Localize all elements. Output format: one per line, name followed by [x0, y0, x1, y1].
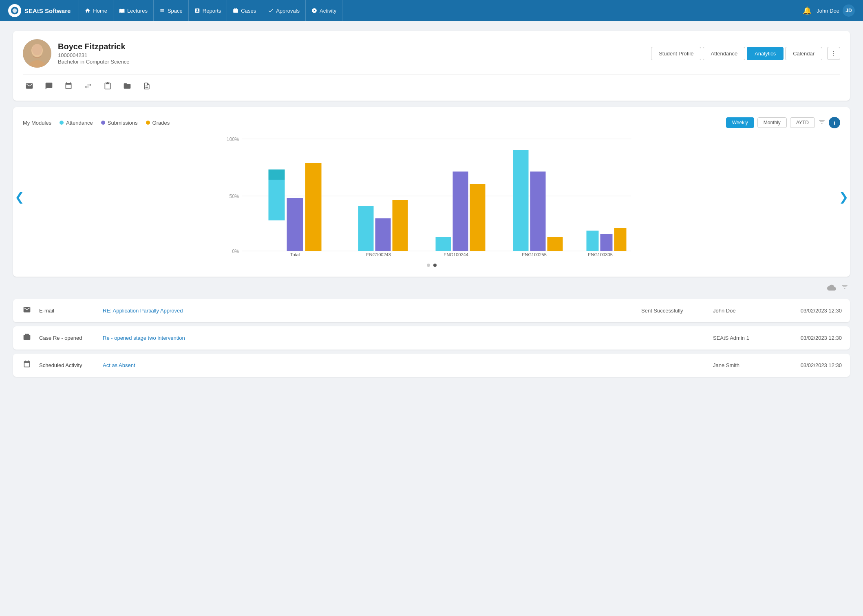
legend-grades: Grades	[146, 120, 170, 126]
nav-reports[interactable]: Reports	[189, 0, 227, 21]
transfer-action-icon[interactable]	[82, 79, 95, 92]
weekly-btn[interactable]: Weekly	[726, 117, 754, 128]
chart-header: My Modules Attendance Submissions Grades…	[23, 117, 840, 128]
profile-name: Boyce Fitzpatrick	[58, 42, 130, 51]
nav-activity[interactable]: Activity	[306, 0, 342, 21]
profile-text: Boyce Fitzpatrick 1000004231 Bachelor in…	[58, 42, 130, 65]
svg-text:ENG100243: ENG100243	[366, 252, 391, 257]
chart-info-button[interactable]: i	[829, 117, 840, 128]
nav-space[interactable]: Space	[154, 0, 189, 21]
profile-card: Boyce Fitzpatrick 1000004231 Bachelor in…	[13, 31, 850, 101]
schedule-action-icon[interactable]	[62, 79, 75, 92]
nav-lectures[interactable]: Lectures	[113, 0, 154, 21]
submissions-label: Submissions	[108, 120, 138, 126]
export-action-icon[interactable]	[140, 79, 153, 92]
monthly-btn[interactable]: Monthly	[757, 117, 787, 128]
chart-dot-1[interactable]	[427, 264, 430, 267]
activity-date-3: 03/02/2023 12:30	[785, 362, 842, 368]
nav-user: John Doe JD	[817, 4, 855, 17]
nav-home[interactable]: Home	[79, 0, 113, 21]
analytics-card: My Modules Attendance Submissions Grades…	[13, 107, 850, 277]
nav-avatar[interactable]: JD	[843, 4, 855, 17]
nav-cases[interactable]: Cases	[227, 0, 262, 21]
bar-eng255-grades	[547, 237, 563, 251]
app-name: SEAtS Software	[24, 7, 71, 14]
email-icon	[21, 306, 33, 316]
bar-eng305-grades	[614, 228, 627, 251]
nav-approvals[interactable]: Approvals	[262, 0, 306, 21]
profile-tabs: Student Profile Attendance Analytics Cal…	[651, 47, 840, 60]
chat-action-icon[interactable]	[42, 79, 55, 92]
folder-action-icon[interactable]	[121, 79, 134, 92]
nav-reports-label: Reports	[203, 8, 221, 14]
navbar: SEAtS Software Home Lectures Space Repor…	[0, 0, 863, 21]
chart-nav-left[interactable]: ❮	[15, 190, 24, 204]
bar-eng243-submissions	[375, 218, 391, 251]
tab-analytics[interactable]: Analytics	[747, 47, 784, 60]
bar-chart-svg: 100% 50% 0% Total	[39, 135, 824, 257]
nav-home-label: Home	[93, 8, 107, 14]
clipboard-action-icon[interactable]	[101, 79, 114, 92]
profile-id: 1000004231	[58, 52, 130, 58]
activity-link-1[interactable]: RE: Application Partially Approved	[103, 308, 635, 314]
tab-calendar[interactable]: Calendar	[785, 47, 822, 60]
svg-text:50%: 50%	[229, 194, 239, 199]
notification-bell[interactable]: 🔔	[803, 6, 812, 15]
profile-header: Boyce Fitzpatrick 1000004231 Bachelor in…	[23, 39, 840, 68]
svg-text:100%: 100%	[227, 136, 239, 142]
activity-row: E-mail RE: Application Partially Approve…	[13, 299, 850, 322]
svg-text:ENG100244: ENG100244	[444, 252, 468, 257]
chart-legend: My Modules Attendance Submissions Grades	[23, 120, 726, 126]
filter-icon[interactable]	[841, 283, 848, 294]
chart-dot-2[interactable]	[433, 264, 437, 267]
nav-logo[interactable]: SEAtS Software	[8, 4, 71, 17]
profile-degree: Bachelor in Computer Science	[58, 59, 130, 65]
activity-type-3: Scheduled Activity	[39, 362, 96, 368]
activity-user-2: SEAtS Admin 1	[713, 335, 778, 341]
nav-avatar-initials: JD	[845, 8, 852, 13]
legend-attendance: Attendance	[60, 120, 93, 126]
main-content: Boyce Fitzpatrick 1000004231 Bachelor in…	[0, 21, 863, 391]
activity-section: E-mail RE: Application Partially Approve…	[13, 283, 850, 377]
aytd-btn[interactable]: AYTD	[790, 117, 815, 128]
bar-eng255-attendance	[513, 150, 529, 251]
bar-eng244-grades	[470, 184, 486, 251]
activity-header	[13, 283, 850, 294]
svg-point-4	[32, 44, 42, 55]
nav-right: 🔔 John Doe JD	[803, 4, 855, 17]
more-options-button[interactable]: ⋮	[827, 47, 840, 60]
activity-type-2: Case Re - opened	[39, 335, 96, 341]
bar-eng305-attendance	[587, 231, 599, 251]
svg-text:ENG100255: ENG100255	[522, 252, 547, 257]
modules-label: My Modules	[23, 120, 51, 126]
calendar-icon	[21, 360, 33, 370]
bar-eng255-submissions	[530, 172, 546, 251]
activity-date-1: 03/02/2023 12:30	[785, 308, 842, 314]
activity-link-2[interactable]: Re - opened stage two intervention	[103, 335, 635, 341]
bar-total-submissions	[287, 198, 303, 251]
chart-dots	[23, 264, 840, 267]
bar-total-grades	[305, 163, 322, 251]
profile-actions	[23, 74, 840, 92]
activity-type-1: E-mail	[39, 308, 96, 314]
nav-cases-label: Cases	[241, 8, 256, 14]
nav-items: Home Lectures Space Reports Cases Approv…	[79, 0, 803, 21]
email-action-icon[interactable]	[23, 79, 36, 92]
svg-text:Total: Total	[290, 252, 300, 257]
tab-student-profile[interactable]: Student Profile	[651, 47, 701, 60]
chart-nav-right[interactable]: ❯	[839, 190, 848, 204]
bar-eng243-grades	[393, 200, 408, 251]
submissions-dot	[101, 121, 105, 125]
activity-link-3[interactable]: Act as Absent	[103, 362, 635, 368]
activity-date-2: 03/02/2023 12:30	[785, 335, 842, 341]
profile-avatar	[23, 39, 51, 68]
tab-attendance[interactable]: Attendance	[703, 47, 745, 60]
nav-lectures-label: Lectures	[127, 8, 148, 14]
attendance-dot	[60, 121, 64, 125]
chart-wrapper: ❮ ❯ 100% 50% 0% Total	[23, 135, 840, 259]
cloud-icon[interactable]	[827, 283, 836, 294]
bar-eng244-submissions	[453, 172, 468, 251]
nav-approvals-label: Approvals	[276, 8, 300, 14]
chart-filter-icon[interactable]	[818, 118, 825, 128]
grades-dot	[146, 121, 150, 125]
